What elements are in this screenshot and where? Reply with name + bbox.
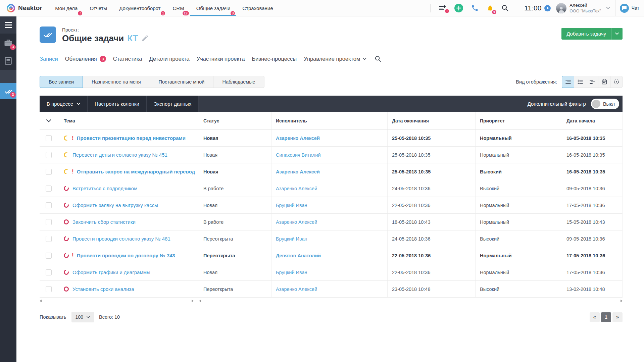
task-title-link[interactable]: Оформить графики и диаграммы [72,269,150,275]
export-data-button[interactable]: Экспорт данных [147,96,199,112]
view-mode-gantt-icon[interactable] [586,76,598,88]
pagination-current-page[interactable]: 1 [601,312,611,322]
scroll-left-arrow-icon[interactable] [199,300,201,302]
main-columns-scrollbar[interactable] [199,300,623,302]
task-title-link[interactable]: Оформить заявку на выгрузку кассы [72,202,158,208]
brand[interactable]: Neaktor [7,0,42,16]
edit-project-button[interactable] [142,35,148,41]
task-assignee-link[interactable]: Азаренко Алексей [276,169,320,174]
task-assignee-link[interactable]: Азаренко Алексей [276,186,317,191]
nav-item-4[interactable]: CRM19 [166,0,190,16]
pagination-prev-button[interactable]: « [590,312,600,322]
user-menu-chevron-icon[interactable] [606,7,610,9]
task-title-link[interactable]: Отправить запрос на международный перево… [77,169,195,174]
sidebar-item-documents[interactable] [0,52,16,70]
sidebar-menu-button[interactable] [0,16,16,34]
row-checkbox[interactable] [46,202,52,208]
nav-item-2[interactable]: Отчеты [84,0,113,16]
row-checkbox[interactable] [46,186,52,192]
phone-button[interactable] [471,4,479,12]
sidebar-item-tasks-active[interactable]: 3 [0,83,16,99]
task-assignee-link[interactable]: Азаренко Алексей [276,219,317,225]
row-checkbox[interactable] [46,152,52,158]
frozen-columns-scrollbar[interactable] [40,300,194,302]
column-header-4[interactable]: Дата окончания [388,112,476,130]
task-assignee-link[interactable]: Бруцкий Иван [276,203,307,208]
status-filter-dropdown[interactable]: В процессе [40,96,88,112]
task-title-link[interactable]: Провести проводки по договору № 743 [77,253,175,258]
tab-3[interactable]: Статистика [113,56,142,62]
task-row-3[interactable]: !Отправить запрос на международный перев… [40,163,623,180]
task-row-4[interactable]: Встретиться с подрядчикомВ работеАзаренк… [40,180,623,197]
chat-button[interactable]: Чат [615,0,641,16]
timer-play-button[interactable] [544,5,551,11]
task-assignee-link[interactable]: Синакевич Виталий [276,152,321,158]
select-all-cell[interactable] [40,112,58,130]
task-title-link[interactable]: Встретиться с подрядчиком [72,186,137,191]
tab-6[interactable]: Бизнес-процессы [252,56,297,62]
column-header-6[interactable]: Дата начала [562,112,623,130]
tab-7[interactable]: Управление проектом [304,56,366,62]
row-checkbox[interactable] [46,269,52,275]
task-row-10[interactable]: Установить сроки анализаПереоткрытаАзаре… [40,281,623,298]
task-row-2[interactable]: Перевести деньги согласно указу № 451Нов… [40,147,623,163]
tab-2[interactable]: Обновления3 [65,56,106,62]
pagination-next-button[interactable]: » [612,312,623,322]
nav-item-1[interactable]: Мои дела! [49,0,84,16]
task-assignee-link[interactable]: Азаренко Алексей [276,136,320,141]
task-title-link[interactable]: Перевести деньги согласно указу № 451 [72,152,167,158]
create-button[interactable] [454,4,463,12]
tab-4[interactable]: Детали проекта [149,56,189,62]
task-title-link[interactable]: Закончить сбор статистики [72,219,136,225]
scroll-right-arrow-icon[interactable] [192,300,194,302]
scroll-right-arrow-icon[interactable] [621,300,623,302]
filter-tab-1[interactable]: Все записи [40,76,83,88]
add-task-button[interactable]: Добавить задачу [561,28,611,40]
tab-5[interactable]: Участники проекта [197,56,245,62]
column-header-1[interactable]: Тема [58,112,199,130]
configure-columns-button[interactable]: Настроить колонки [88,96,147,112]
notifications-button[interactable]: 9 [487,4,494,12]
tab-1[interactable]: Записи [40,56,58,62]
nav-item-3[interactable]: Документооборот1 [113,0,166,16]
task-row-5[interactable]: Оформить заявку на выгрузку кассыНоваяБр… [40,197,623,214]
nav-item-6[interactable]: Страхование [236,0,279,16]
sidebar-item-briefcase[interactable]: 3 [0,34,16,52]
task-assignee-link[interactable]: Бруцкий Иван [276,236,307,242]
page-size-select[interactable]: 100 [71,312,94,322]
task-assignee-link[interactable]: Азаренко Алексей [276,287,317,292]
column-header-2[interactable]: Статус [199,112,271,130]
row-checkbox[interactable] [46,135,52,141]
extra-filter-toggle[interactable]: Выкл [591,99,619,109]
view-mode-detailed-list-icon[interactable] [562,76,574,88]
view-mode-calendar-icon[interactable] [598,76,610,88]
task-title-link[interactable]: Провести проводки согласно указу № 481 [72,236,170,242]
row-checkbox[interactable] [46,286,52,292]
quick-add-button[interactable]: ! [439,5,446,11]
task-row-1[interactable]: !Провести презентацию перед инвесторамиН… [40,130,623,147]
avatar[interactable] [556,3,566,13]
user-meta[interactable]: Алексей ООО "МьюзТех" [569,2,601,14]
task-row-7[interactable]: Провести проводки согласно указу № 481Пе… [40,230,623,247]
row-checkbox[interactable] [46,169,52,175]
filter-tab-3[interactable]: Поставленные мной [150,76,214,88]
task-row-8[interactable]: !Провести проводки по договору № 743Пере… [40,247,623,264]
tabs-search-button[interactable] [375,56,381,62]
view-mode-simple-list-icon[interactable] [574,76,586,88]
row-checkbox[interactable] [46,253,52,259]
task-row-9[interactable]: Оформить графики и диаграммыНоваяБруцкий… [40,264,623,281]
add-task-dropdown-button[interactable] [611,28,623,40]
filter-tab-2[interactable]: Назначенное на меня [83,76,150,88]
row-checkbox[interactable] [46,219,52,225]
column-header-3[interactable]: Исполнитель [271,112,388,130]
search-button[interactable] [502,5,508,11]
nav-item-5[interactable]: Общие задачи3 [190,0,237,16]
task-row-6[interactable]: Закончить сбор статистикиВ работеАзаренк… [40,214,623,230]
task-title-link[interactable]: Провести презентацию перед инвесторами [77,135,186,141]
scroll-left-arrow-icon[interactable] [40,300,42,302]
task-assignee-link[interactable]: Девятов Анатолий [276,253,321,258]
column-header-5[interactable]: Приоритет [476,112,562,130]
row-checkbox[interactable] [46,236,52,242]
task-title-link[interactable]: Установить сроки анализа [72,286,134,292]
task-assignee-link[interactable]: Бруцкий Иван [276,270,307,275]
